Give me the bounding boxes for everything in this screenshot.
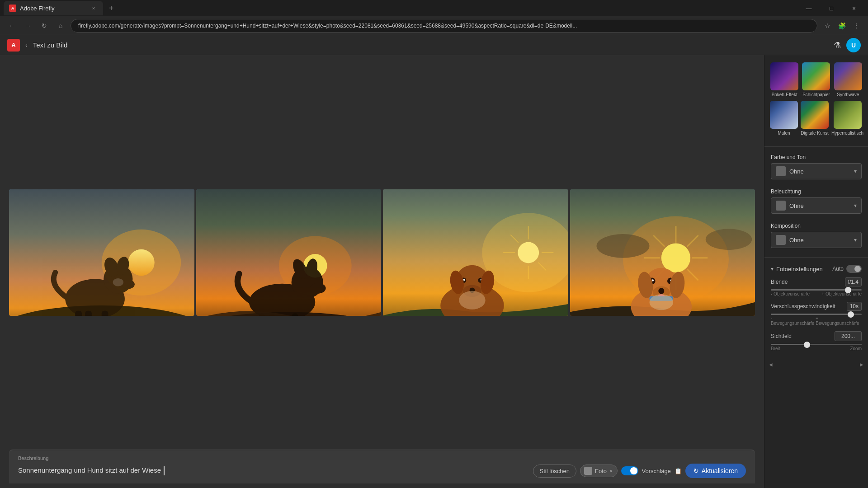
home-button[interactable]: ⌂ (54, 19, 67, 32)
right-panel: Bokeh-Effekt Schichtpapier Synthwave Mal… (764, 55, 868, 488)
style-thumb-digital[interactable]: Digitale Kunst (801, 101, 829, 136)
window-controls: — □ × (798, 1, 864, 15)
window-minimize-button[interactable]: — (798, 1, 819, 15)
svg-point-78 (649, 294, 673, 310)
bokeh-label: Bokeh-Effekt (772, 92, 797, 97)
komposition-dropdown[interactable]: Ohne ▾ (771, 232, 862, 248)
style-thumb-schicht[interactable]: Schichtpapier (802, 62, 830, 97)
svg-point-19 (310, 283, 326, 293)
verschluss-thumb[interactable] (848, 311, 854, 318)
foto-auto-label: Auto (832, 266, 844, 272)
update-button[interactable]: ↻ Aktualisieren (685, 464, 746, 478)
style-thumb-hyper[interactable]: Hyperrealistisch (831, 101, 863, 136)
photo-style-icon (584, 467, 592, 475)
prompt-label: Beschreibung (18, 455, 746, 461)
blende-fill (771, 289, 848, 291)
verschluss-fill (771, 314, 851, 315)
farbe-ton-section: Farbe und Ton Ohne ▾ (764, 150, 868, 185)
svg-point-60 (596, 234, 649, 258)
style-thumb-synth[interactable]: Synthwave (834, 62, 863, 97)
prompt-wrapper: Beschreibung Sonnenuntergang und Hund si… (0, 450, 764, 488)
beleuchtung-dropdown-icon (776, 201, 786, 211)
browser-chrome: A Adobe Firefly × + — □ × ← → ↻ ⌂ ☆ 🧩 ⋮ (0, 0, 868, 35)
style-tag[interactable]: Foto × (580, 465, 617, 477)
scroll-right-icon[interactable]: ► (859, 361, 864, 368)
farbe-ton-arrow-icon: ▾ (854, 168, 857, 174)
generated-image-2[interactable] (196, 189, 382, 316)
generated-image-1[interactable] (9, 189, 194, 316)
synth-thumbnail (834, 62, 862, 90)
svg-point-27 (518, 242, 539, 263)
style-grid-row1: Bokeh-Effekt Schichtpapier Synthwave (770, 62, 863, 97)
address-input[interactable] (71, 19, 817, 33)
text-cursor (164, 466, 165, 475)
sichtfeld-input[interactable] (835, 331, 862, 341)
farbe-ton-value: Ohne (789, 168, 850, 175)
komposition-dropdown-icon (776, 235, 786, 245)
sichtfeld-header: Sichtfeld (771, 331, 862, 341)
prompt-bar: Beschreibung Sonnenuntergang und Hund si… (9, 450, 755, 483)
panel-scroll-bottom: ◄ ► (764, 360, 868, 369)
verschluss-slider-row: Verschlussgeschwindigkeit 10s - Bewegung… (771, 302, 862, 326)
window-maximize-button[interactable]: □ (821, 1, 842, 15)
bokeh-thumbnail (770, 62, 798, 90)
svg-point-12 (113, 278, 123, 286)
active-tab[interactable]: A Adobe Firefly × (4, 1, 103, 15)
verschluss-label: Verschlussgeschwindigkeit (771, 303, 835, 310)
beleuchtung-value: Ohne (789, 202, 850, 209)
blende-thumb[interactable] (845, 287, 851, 293)
blende-value: f/1.4 (845, 277, 862, 286)
reload-button[interactable]: ↻ (38, 19, 51, 32)
verschluss-track[interactable] (771, 314, 862, 315)
svg-point-48 (459, 291, 486, 309)
blende-track[interactable] (771, 289, 862, 291)
generated-image-3[interactable] (383, 189, 568, 316)
back-nav-button[interactable]: ← (5, 19, 18, 32)
scroll-left-icon[interactable]: ◄ (768, 361, 774, 368)
beleuchtung-dropdown[interactable]: Ohne ▾ (771, 197, 862, 214)
schicht-label: Schichtpapier (802, 92, 830, 97)
images-grid (0, 55, 764, 450)
beleuchtung-arrow-icon: ▾ (854, 202, 857, 209)
new-tab-button[interactable]: + (105, 2, 118, 14)
sichtfeld-thumb[interactable] (804, 342, 810, 348)
tab-close-button[interactable]: × (90, 4, 98, 12)
header-right: ⚗ U (834, 38, 861, 52)
verschluss-label-right: + Bewegungsunschärfe (816, 316, 862, 326)
svg-point-6 (122, 279, 135, 288)
prompt-text-display[interactable]: Sonnenuntergang und Hund sitzt auf der W… (18, 466, 528, 475)
verschluss-header: Verschlussgeschwindigkeit 10s (771, 302, 862, 311)
blende-label: Blende (771, 279, 788, 285)
foto-toggle-knob (854, 266, 861, 272)
style-thumb-malen[interactable]: Malen (770, 101, 798, 136)
back-button[interactable]: ‹ (25, 42, 28, 49)
main-layout: Beschreibung Sonnenuntergang und Hund si… (0, 55, 868, 488)
extensions-icon[interactable]: 🧩 (835, 19, 848, 32)
browser-menu-icon[interactable]: ⋮ (850, 19, 863, 32)
schicht-thumbnail (802, 62, 830, 90)
window-close-button[interactable]: × (844, 1, 864, 15)
suggestions-toggle[interactable] (621, 466, 638, 475)
style-section-row1: Bokeh-Effekt Schichtpapier Synthwave Mal… (764, 59, 868, 143)
remove-style-icon[interactable]: × (609, 468, 612, 474)
generated-image-4[interactable] (570, 189, 755, 316)
foto-collapse-icon[interactable]: ▾ (771, 266, 774, 272)
foto-auto-toggle[interactable] (846, 265, 862, 273)
app-header: A ‹ Text zu Bild ⚗ U (0, 35, 868, 55)
sichtfeld-track[interactable] (771, 344, 862, 345)
toggle-knob (630, 467, 637, 474)
forward-nav-button[interactable]: → (22, 19, 34, 32)
content-area: Beschreibung Sonnenuntergang und Hund si… (0, 55, 764, 488)
verschluss-labels: - Bewegungsunschärfe + Bewegungsunschärf… (771, 316, 862, 326)
komposition-value: Ohne (789, 237, 850, 244)
komposition-section: Komposition Ohne ▾ (764, 219, 868, 253)
user-avatar[interactable]: U (846, 38, 861, 52)
flask-icon[interactable]: ⚗ (834, 40, 841, 50)
foto-header: ▾ Fotoeinstellungen Auto (771, 265, 862, 273)
bookmark-icon[interactable]: ☆ (821, 19, 834, 32)
blende-header: Blende f/1.4 (771, 277, 862, 286)
style-thumb-bokeh[interactable]: Bokeh-Effekt (770, 62, 799, 97)
verschluss-value: 10s (847, 302, 862, 311)
farbe-ton-dropdown[interactable]: Ohne ▾ (771, 163, 862, 179)
clear-style-button[interactable]: Stil löschen (533, 465, 576, 478)
